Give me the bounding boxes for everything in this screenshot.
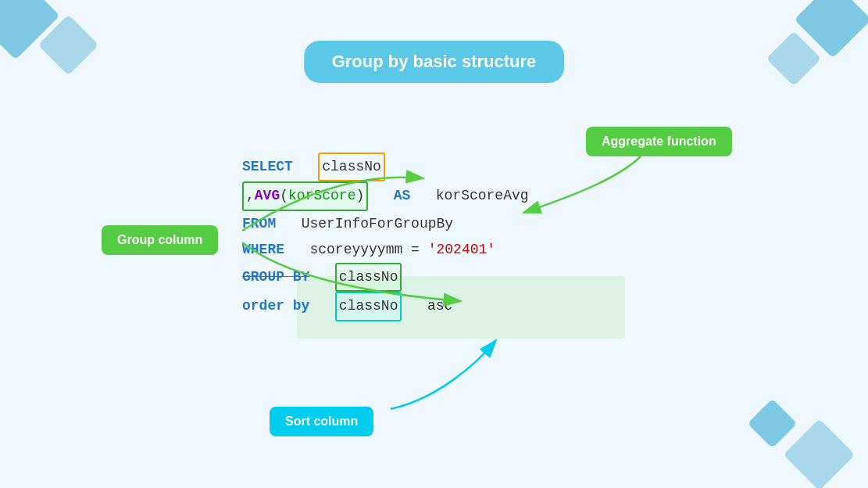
sql-line-where: WHERE scoreyyyymm = '202401': [242, 237, 529, 263]
avg-fn-box: ,AVG(korScore): [242, 181, 368, 210]
sql-line-avg: ,AVG(korScore) AS korScoreAvg: [242, 181, 529, 210]
orderby-keyword: order by: [242, 298, 309, 314]
as-keyword: AS: [394, 188, 411, 203]
title-text: Group by basic structure: [332, 52, 537, 71]
table-name: UserInfoForGroupBy: [302, 216, 453, 231]
decor-diamond-br1: [784, 419, 855, 488]
avg-keyword: AVG: [255, 188, 280, 203]
aggregate-function-label: Aggregate function: [586, 127, 732, 156]
sql-line-from: FROM UserInfoForGroupBy: [242, 211, 529, 237]
decor-diamond-br2: [748, 399, 798, 449]
sql-line-orderby: order by classNo asc: [242, 292, 529, 321]
group-column-label: Group column: [102, 225, 218, 255]
orderby-dir: asc: [427, 298, 452, 314]
sort-col-label-text: Sort column: [285, 414, 358, 428]
aggregate-label-text: Aggregate function: [602, 135, 716, 148]
classno-select-text: classNo: [322, 159, 381, 174]
korscore-param: korScore: [288, 188, 355, 203]
groupby-col-box: classNo: [335, 263, 402, 292]
orderby-col-box: classNo: [335, 292, 402, 321]
decor-diamond-tr2: [766, 31, 822, 87]
groupby-col-text: classNo: [339, 269, 398, 285]
alias-value: korScoreAvg: [436, 188, 529, 203]
orderby-col-text: classNo: [339, 298, 398, 314]
sql-line-select: SELECT classNo: [242, 152, 529, 181]
where-val: '202401': [428, 242, 495, 257]
sql-line-groupby: GROUP BY classNo: [242, 263, 529, 292]
where-keyword: WHERE: [242, 242, 284, 257]
sql-block: SELECT classNo ,AVG(korScore) AS korScor…: [242, 152, 529, 321]
where-op: =: [411, 242, 428, 257]
select-keyword: SELECT: [242, 159, 293, 174]
sort-column-label: Sort column: [270, 407, 373, 436]
group-col-label-text: Group column: [117, 233, 202, 246]
from-keyword: FROM: [242, 216, 276, 231]
classno-select-box: classNo: [318, 152, 385, 181]
where-col: scoreyyyymm: [309, 242, 402, 257]
groupby-keyword: GROUP BY: [242, 269, 309, 285]
title-box: Group by basic structure: [304, 41, 565, 83]
